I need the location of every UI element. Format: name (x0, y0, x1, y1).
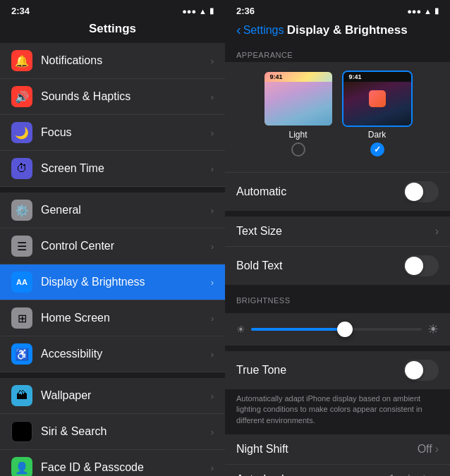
faceid-icon: 👤 (11, 457, 32, 476)
home-screen-label: Home Screen (41, 312, 211, 324)
accessibility-icon: ♿ (11, 343, 32, 365)
true-tone-section: True Tone (225, 351, 450, 389)
toggle-knob (405, 183, 423, 201)
chevron-right-icon: › (435, 443, 439, 456)
left-panel: 2:34 ●●● ▲ ▮ Settings 🔔 Notifications › … (0, 0, 225, 476)
sidebar-item-home-screen[interactable]: ⊞ Home Screen › (0, 300, 225, 336)
sidebar-item-display[interactable]: AA Display & Brightness › (0, 264, 225, 300)
back-label: Settings (243, 24, 284, 37)
chevron-right-icon: › (435, 473, 439, 476)
auto-lock-value: 1 minute (389, 473, 432, 476)
siri-icon: ◉ (11, 421, 32, 442)
screen-time-icon: ⏱ (11, 158, 32, 179)
toggle-knob (405, 361, 423, 379)
brightness-fill (251, 328, 345, 331)
automatic-label: Automatic (236, 185, 286, 198)
chevron-right-icon: › (211, 277, 214, 288)
light-preview-screen (264, 82, 332, 126)
dark-preview-status: 9:41 (343, 72, 411, 82)
light-radio[interactable] (291, 142, 305, 157)
siri-label: Siri & Search (41, 425, 211, 438)
chevron-left-icon: ‹ (236, 22, 241, 38)
screen-time-label: Screen Time (41, 162, 211, 175)
home-screen-icon: ⊞ (11, 307, 32, 329)
left-time: 2:34 (11, 6, 30, 16)
appearance-dark-option[interactable]: 9:41 Dark (342, 71, 413, 157)
sidebar-item-accessibility[interactable]: ♿ Accessibility › (0, 336, 225, 372)
chevron-right-icon: › (211, 241, 214, 252)
preview-app-icon (369, 90, 386, 107)
chevron-right-icon: › (211, 164, 214, 174)
chevron-right-icon: › (211, 427, 214, 437)
bold-text-label: Bold Text (236, 260, 403, 272)
chevron-right-icon: › (211, 205, 214, 216)
true-tone-label: True Tone (236, 364, 403, 377)
toggle-knob (405, 257, 423, 275)
sidebar-item-general[interactable]: ⚙️ General › (0, 193, 225, 228)
chevron-right-icon: › (211, 313, 214, 324)
right-panel-title: Display & Brightness (284, 23, 411, 37)
auto-lock-label: Auto-Lock (236, 473, 389, 476)
right-header: ‹ Settings Display & Brightness (225, 19, 450, 45)
true-tone-toggle[interactable] (403, 360, 439, 381)
automatic-toggle[interactable] (403, 181, 439, 202)
sidebar-item-siri[interactable]: ◉ Siri & Search › (0, 414, 225, 450)
night-shift-label: Night Shift (236, 443, 418, 456)
settings-group-3: 🏔 Wallpaper › ◉ Siri & Search › 👤 Face I… (0, 378, 225, 476)
light-preview-status: 9:41 (264, 72, 332, 82)
left-panel-title: Settings (0, 19, 225, 43)
bold-text-toggle[interactable] (403, 255, 439, 276)
focus-label: Focus (41, 126, 211, 139)
text-size-row[interactable]: Text Size › (225, 216, 450, 247)
light-preview-bg: 9:41 (264, 72, 332, 126)
chevron-right-icon: › (211, 56, 214, 66)
chevron-right-icon: › (211, 463, 214, 473)
wallpaper-icon: 🏔 (11, 385, 32, 406)
chevron-right-icon: › (211, 128, 214, 138)
settings-group-2: ⚙️ General › ☰ Control Center › AA Displ… (0, 193, 225, 372)
faceid-label: Face ID & Passcode (41, 461, 211, 474)
sidebar-item-faceid[interactable]: 👤 Face ID & Passcode › (0, 450, 225, 476)
light-preview: 9:41 (263, 71, 334, 127)
wallpaper-label: Wallpaper (41, 389, 211, 402)
appearance-light-option[interactable]: 9:41 Light (263, 71, 334, 157)
sidebar-item-sounds[interactable]: 🔊 Sounds & Haptics › (0, 79, 225, 115)
general-label: General (41, 204, 211, 216)
light-label: Light (288, 130, 307, 140)
brightness-thumb (337, 322, 353, 337)
accessibility-label: Accessibility (41, 348, 211, 360)
right-panel: 2:36 ●●● ▲ ▮ ‹ Settings Display & Bright… (225, 0, 450, 476)
right-status-bar: 2:36 ●●● ▲ ▮ (225, 0, 450, 19)
sidebar-item-focus[interactable]: 🌙 Focus › (0, 115, 225, 151)
battery-icon: ▮ (434, 6, 439, 16)
night-shift-section: Night Shift Off › Auto-Lock 1 minute › (225, 434, 450, 476)
brightness-section-header: BRIGHTNESS (225, 291, 450, 307)
sidebar-item-notifications[interactable]: 🔔 Notifications › (0, 43, 225, 79)
right-status-icons: ●●● ▲ ▮ (407, 6, 439, 16)
sidebar-item-screen-time[interactable]: ⏱ Screen Time › (0, 151, 225, 187)
appearance-options: 9:41 Light 9:41 (233, 71, 442, 157)
notifications-icon: 🔔 (11, 50, 32, 71)
wifi-icon: ▲ (424, 7, 432, 16)
settings-group-1: 🔔 Notifications › 🔊 Sounds & Haptics › 🌙… (0, 43, 225, 187)
brightness-slider[interactable] (251, 328, 422, 331)
sidebar-item-control-center[interactable]: ☰ Control Center › (0, 228, 225, 264)
control-center-label: Control Center (41, 240, 211, 252)
dark-label: Dark (368, 130, 386, 140)
wifi-icon: ▲ (199, 7, 207, 16)
night-shift-row[interactable]: Night Shift Off › (225, 434, 450, 465)
chevron-right-icon: › (211, 349, 214, 360)
brightness-high-icon: ☀ (427, 322, 439, 337)
dark-preview-bg: 9:41 (343, 72, 411, 126)
chevron-right-icon: › (211, 92, 214, 102)
brightness-row: ☀ ☀ (236, 322, 439, 337)
sidebar-item-wallpaper[interactable]: 🏔 Wallpaper › (0, 378, 225, 414)
general-icon: ⚙️ (11, 200, 32, 221)
bold-text-row: Bold Text (225, 247, 450, 285)
auto-lock-row[interactable]: Auto-Lock 1 minute › (225, 465, 450, 476)
left-status-icons: ●●● ▲ ▮ (182, 6, 214, 16)
text-size-label: Text Size (236, 225, 435, 238)
dark-radio[interactable] (370, 142, 384, 157)
signal-icon: ●●● (182, 7, 196, 16)
back-button[interactable]: ‹ Settings (236, 22, 284, 38)
